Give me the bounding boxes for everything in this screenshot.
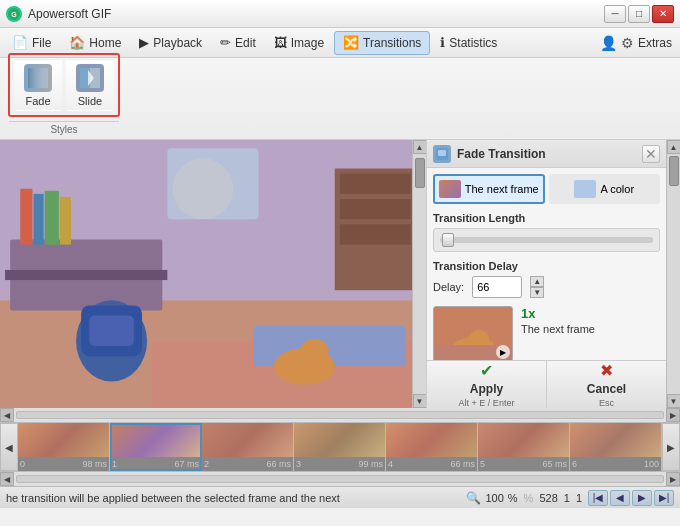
frame-info-0: 0 98 ms (18, 457, 109, 471)
frame-time-5: 65 ms (542, 459, 567, 469)
frame-info-5: 5 65 ms (478, 457, 569, 471)
app-title: Apowersoft GIF (28, 7, 111, 21)
preview-play-button[interactable]: ▶ (496, 345, 510, 359)
svg-rect-22 (340, 174, 411, 194)
slider-thumb[interactable] (442, 233, 454, 247)
frame-index-3: 3 (296, 459, 301, 469)
frame-item-1[interactable]: 1 67 ms (110, 423, 202, 471)
panel-header: Fade Transition ✕ (427, 140, 666, 168)
delay-decrement[interactable]: ▼ (530, 287, 544, 298)
hscroll-left[interactable]: ◀ (0, 408, 14, 422)
menu-statistics-label: Statistics (449, 36, 497, 50)
frame-info-3: 3 99 ms (294, 457, 385, 471)
delay-input[interactable] (472, 276, 522, 298)
cancel-x-icon: ✖ (600, 361, 613, 380)
filmstrip-hscroll-right[interactable]: ▶ (666, 472, 680, 486)
scroll-up-arrow[interactable]: ▲ (413, 140, 427, 154)
zoom-percent: % (508, 492, 518, 504)
frame-thumb-1 (110, 423, 201, 457)
frame-time-0: 98 ms (82, 459, 107, 469)
menu-file[interactable]: 📄 File (4, 31, 59, 55)
frame-item-2[interactable]: 2 66 ms (202, 423, 294, 471)
transitions-icon: 🔀 (343, 35, 359, 50)
filmstrip: ◀ 0 98 ms 1 67 ms 2 66 ms (0, 422, 680, 472)
status-frame: 1 (564, 492, 570, 504)
menu-file-label: File (32, 36, 51, 50)
side-panel: Fade Transition ✕ The next frame A color (426, 140, 666, 408)
frame-index-6: 6 (572, 459, 577, 469)
filmstrip-scroll-right[interactable]: ▶ (662, 423, 680, 471)
transition-length-slider[interactable] (433, 228, 660, 252)
svg-text:G: G (11, 11, 17, 18)
image-icon: 🖼 (274, 35, 287, 50)
transition-options: The next frame A color (433, 174, 660, 204)
frame-info-6: 6 100 (570, 457, 661, 471)
frame-item-5[interactable]: 5 65 ms (478, 423, 570, 471)
preview-badge: 1x (521, 306, 660, 321)
cancel-button[interactable]: ✖ Cancel Esc (547, 361, 666, 408)
svg-point-26 (172, 158, 233, 219)
menu-transitions[interactable]: 🔀 Transitions (334, 31, 430, 55)
svg-rect-12 (45, 191, 59, 245)
main-row: ▲ ▼ Fade Transition ✕ (0, 140, 680, 408)
filmstrip-hscroll-left[interactable]: ◀ (0, 472, 14, 486)
side-scroll-thumb[interactable] (669, 156, 679, 186)
filmstrip-scroll-left[interactable]: ◀ (0, 423, 18, 471)
home-icon: 🏠 (69, 35, 85, 50)
hscroll-right[interactable]: ▶ (666, 408, 680, 422)
side-scroll-down[interactable]: ▼ (667, 394, 681, 408)
fade-icon (24, 64, 52, 92)
minimize-button[interactable]: ─ (604, 5, 626, 23)
frame-item-6[interactable]: 6 100 (570, 423, 662, 471)
close-button[interactable]: ✕ (652, 5, 674, 23)
slide-label: Slide (78, 95, 102, 107)
fade-button[interactable]: Fade (14, 59, 62, 111)
filmstrip-hscroll-track[interactable] (16, 475, 664, 483)
panel-close-button[interactable]: ✕ (642, 145, 660, 163)
hscroll-track[interactable] (16, 411, 664, 419)
menu-image-label: Image (291, 36, 324, 50)
nav-last-button[interactable]: ▶| (654, 490, 674, 506)
status-bar: he transition will be applied between th… (0, 486, 680, 508)
apply-button[interactable]: ✔ Apply Alt + E / Enter (427, 361, 547, 408)
extras-label: Extras (638, 36, 672, 50)
svg-rect-24 (340, 224, 411, 244)
panel-title: Fade Transition (457, 147, 546, 161)
menu-image[interactable]: 🖼 Image (266, 31, 332, 55)
nav-next-button[interactable]: ▶ (632, 490, 652, 506)
menu-home[interactable]: 🏠 Home (61, 31, 129, 55)
nav-first-button[interactable]: |◀ (588, 490, 608, 506)
canvas-vscroll[interactable]: ▲ ▼ (412, 140, 426, 408)
slide-button[interactable]: Slide (66, 59, 114, 111)
scroll-down-arrow[interactable]: ▼ (413, 394, 427, 408)
frame-thumb-0 (18, 423, 109, 457)
menu-playback[interactable]: ▶ Playback (131, 31, 210, 55)
apply-label: Apply (470, 382, 503, 396)
styles-section: Fade Slide Styles (8, 53, 120, 135)
apply-check-icon: ✔ (480, 361, 493, 380)
side-panel-vscroll[interactable]: ▲ ▼ (666, 140, 680, 408)
scroll-thumb[interactable] (415, 158, 425, 188)
side-scroll-up[interactable]: ▲ (667, 140, 681, 154)
edit-icon: ✏ (220, 35, 231, 50)
color-swatch (574, 180, 596, 198)
room-scene-svg (0, 140, 426, 408)
menu-edit[interactable]: ✏ Edit (212, 31, 264, 55)
frame-item-3[interactable]: 3 99 ms (294, 423, 386, 471)
svg-rect-10 (20, 189, 32, 245)
option-a-color[interactable]: A color (549, 174, 661, 204)
frame-time-6: 100 (644, 459, 659, 469)
filmstrip-frames: 0 98 ms 1 67 ms 2 66 ms 3 99 ms (18, 423, 662, 471)
cancel-label: Cancel (587, 382, 626, 396)
frame-item-0[interactable]: 0 98 ms (18, 423, 110, 471)
slider-track[interactable] (440, 237, 653, 243)
nav-prev-button[interactable]: ◀ (610, 490, 630, 506)
delay-increment[interactable]: ▲ (530, 276, 544, 287)
menu-statistics[interactable]: ℹ Statistics (432, 31, 505, 55)
gear-icon[interactable]: ⚙ (621, 35, 634, 51)
frame-index-5: 5 (480, 459, 485, 469)
app-icon: G (6, 6, 22, 22)
maximize-button[interactable]: □ (628, 5, 650, 23)
frame-item-4[interactable]: 4 66 ms (386, 423, 478, 471)
option-next-frame[interactable]: The next frame (433, 174, 545, 204)
